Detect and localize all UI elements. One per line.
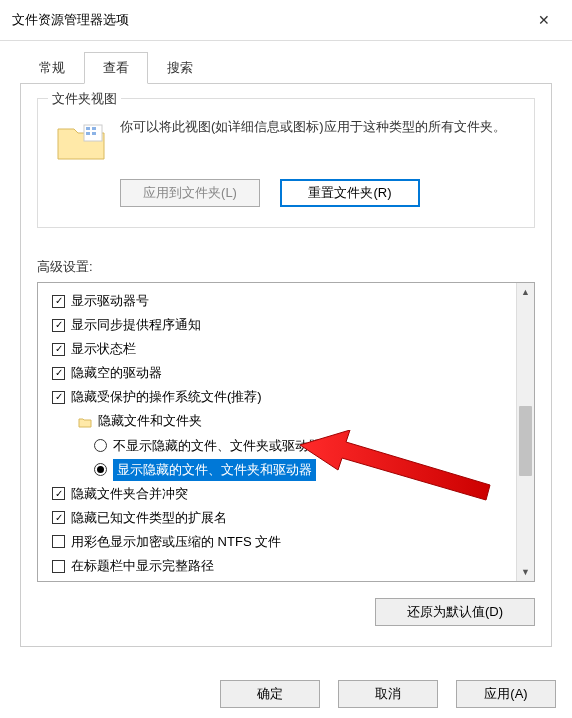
group-hidden-files[interactable]: 隐藏文件和文件夹 [98, 410, 202, 432]
advanced-settings-tree[interactable]: 显示驱动器号 显示同步提供程序通知 显示状态栏 隐藏空的驱动器 隐藏受保护的操作… [37, 282, 535, 582]
svg-rect-4 [92, 132, 96, 135]
checkbox-icon[interactable] [52, 487, 65, 500]
checkbox-icon[interactable] [52, 319, 65, 332]
opt-hide-empty-drives[interactable]: 隐藏空的驱动器 [71, 362, 162, 384]
opt-hide-known-extensions[interactable]: 隐藏已知文件类型的扩展名 [71, 507, 227, 529]
restore-defaults-button[interactable]: 还原为默认值(D) [375, 598, 535, 626]
svg-rect-1 [86, 127, 90, 130]
advanced-settings-label: 高级设置: [37, 258, 535, 276]
scroll-track[interactable] [517, 301, 534, 563]
checkbox-icon[interactable] [52, 295, 65, 308]
checkbox-icon[interactable] [52, 343, 65, 356]
cancel-button[interactable]: 取消 [338, 680, 438, 708]
checkbox-icon[interactable] [52, 367, 65, 380]
svg-rect-2 [92, 127, 96, 130]
folder-view-group: 文件夹视图 你可以将此视图(如详细信息或图标)应用于这种类型的所有文件夹。 应用… [37, 98, 535, 228]
radio-icon[interactable] [94, 463, 107, 476]
opt-hide-merge-conflicts[interactable]: 隐藏文件夹合并冲突 [71, 483, 188, 505]
checkbox-icon[interactable] [52, 535, 65, 548]
opt-hide-protected-os-files[interactable]: 隐藏受保护的操作系统文件(推荐) [71, 386, 262, 408]
scroll-thumb[interactable] [519, 406, 532, 476]
opt-dont-show-hidden[interactable]: 不显示隐藏的文件、文件夹或驱动器 [113, 435, 321, 457]
svg-rect-3 [86, 132, 90, 135]
opt-sync-notifications[interactable]: 显示同步提供程序通知 [71, 314, 201, 336]
opt-color-encrypted-ntfs[interactable]: 用彩色显示加密或压缩的 NTFS 文件 [71, 531, 281, 553]
window-title: 文件资源管理器选项 [12, 11, 129, 29]
tab-panel-view: 文件夹视图 你可以将此视图(如详细信息或图标)应用于这种类型的所有文件夹。 应用… [20, 84, 552, 647]
scroll-down-arrow-icon[interactable]: ▼ [517, 563, 534, 581]
folder-icon [78, 416, 92, 428]
checkbox-icon[interactable] [52, 511, 65, 524]
scroll-up-arrow-icon[interactable]: ▲ [517, 283, 534, 301]
opt-show-hidden[interactable]: 显示隐藏的文件、文件夹和驱动器 [113, 459, 316, 481]
tab-view[interactable]: 查看 [84, 52, 148, 84]
folder-icon [56, 121, 106, 161]
reset-folders-button[interactable]: 重置文件夹(R) [280, 179, 420, 207]
opt-full-path-titlebar[interactable]: 在标题栏中显示完整路径 [71, 555, 214, 577]
dialog-button-row: 确定 取消 应用(A) [220, 680, 556, 708]
group-title: 文件夹视图 [48, 90, 121, 108]
apply-to-folders-button: 应用到文件夹(L) [120, 179, 260, 207]
opt-status-bar[interactable]: 显示状态栏 [71, 338, 136, 360]
apply-button[interactable]: 应用(A) [456, 680, 556, 708]
opt-show-drive-letters[interactable]: 显示驱动器号 [71, 290, 149, 312]
checkbox-icon[interactable] [52, 391, 65, 404]
checkbox-icon[interactable] [52, 560, 65, 573]
group-description: 你可以将此视图(如详细信息或图标)应用于这种类型的所有文件夹。 [120, 117, 516, 138]
radio-icon[interactable] [94, 439, 107, 452]
ok-button[interactable]: 确定 [220, 680, 320, 708]
opt-separate-process[interactable]: 在单独的进程中打开文件夹窗口 [71, 579, 253, 581]
tab-bar: 常规 查看 搜索 [20, 51, 552, 84]
close-button[interactable]: ✕ [528, 8, 560, 32]
scrollbar[interactable]: ▲ ▼ [516, 283, 534, 581]
tab-search[interactable]: 搜索 [148, 52, 212, 84]
tab-general[interactable]: 常规 [20, 52, 84, 84]
